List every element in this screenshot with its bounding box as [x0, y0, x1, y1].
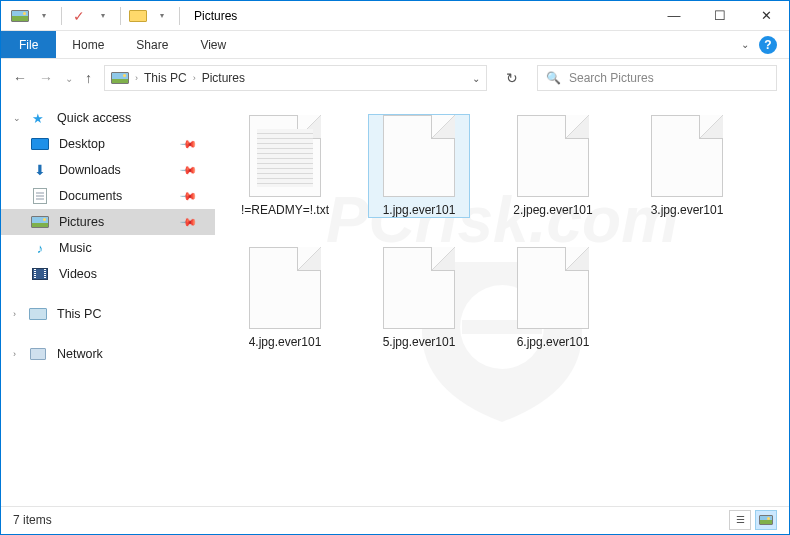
separator: [179, 7, 180, 25]
file-item[interactable]: !=READMY=!.txt: [235, 115, 335, 217]
pc-icon: [29, 307, 47, 321]
sidebar-item-label: Pictures: [59, 215, 104, 229]
address-bar-end: ⌄: [472, 73, 480, 84]
sidebar-item-documents[interactable]: Documents 📌: [1, 183, 215, 209]
text-file-icon: [249, 115, 321, 197]
file-item[interactable]: 6.jpg.ever101: [503, 247, 603, 349]
file-name: 5.jpg.ever101: [383, 335, 456, 349]
recent-locations-button[interactable]: ⌄: [65, 73, 73, 84]
ribbon-tabs: File Home Share View ⌄ ?: [1, 31, 789, 59]
file-name: 4.jpg.ever101: [249, 335, 322, 349]
minimize-button[interactable]: —: [651, 1, 697, 31]
file-name: 3.jpg.ever101: [651, 203, 724, 217]
sidebar-item-label: Downloads: [59, 163, 121, 177]
pin-icon: 📌: [178, 186, 197, 205]
search-icon: 🔍: [546, 71, 561, 85]
unknown-file-icon: [383, 115, 455, 197]
file-grid: !=READMY=!.txt1.jpg.ever1012.jpeg.ever10…: [235, 115, 769, 349]
sidebar-item-label: Network: [57, 347, 103, 361]
music-icon: ♪: [31, 241, 49, 255]
file-tab[interactable]: File: [1, 31, 56, 58]
qat-dropdown-icon[interactable]: ▾: [33, 5, 55, 27]
address-dropdown-icon[interactable]: ⌄: [472, 73, 480, 84]
file-name: 2.jpeg.ever101: [513, 203, 592, 217]
this-pc-group: › This PC: [1, 301, 215, 327]
picture-icon: [31, 215, 49, 229]
file-item[interactable]: 5.jpg.ever101: [369, 247, 469, 349]
file-name: 6.jpg.ever101: [517, 335, 590, 349]
star-icon: ★: [29, 111, 47, 125]
ribbon-right: ⌄ ?: [741, 31, 789, 58]
close-button[interactable]: ✕: [743, 1, 789, 31]
video-icon: [31, 267, 49, 281]
file-item[interactable]: 2.jpeg.ever101: [503, 115, 603, 217]
details-view-button[interactable]: ☰: [729, 510, 751, 530]
chevron-right-icon[interactable]: ›: [13, 309, 16, 319]
sidebar-item-desktop[interactable]: Desktop 📌: [1, 131, 215, 157]
pin-icon: 📌: [178, 134, 197, 153]
download-icon: ⬇: [31, 163, 49, 177]
picture-icon: [111, 72, 129, 84]
forward-button[interactable]: →: [39, 70, 53, 86]
file-list-area[interactable]: PCrisk.com !=READMY=!.txt1.jpg.ever1012.…: [215, 97, 789, 506]
large-icons-view-button[interactable]: [755, 510, 777, 530]
nav-arrows: ← → ⌄ ↑: [13, 70, 92, 86]
address-bar[interactable]: › This PC › Pictures ⌄: [104, 65, 487, 91]
sidebar-item-quick-access[interactable]: ⌄ ★ Quick access: [1, 105, 215, 131]
window-title: Pictures: [194, 9, 237, 23]
sidebar-item-label: Quick access: [57, 111, 131, 125]
tab-share[interactable]: Share: [120, 31, 184, 58]
separator: [120, 7, 121, 25]
sidebar-item-pictures[interactable]: Pictures 📌: [1, 209, 215, 235]
help-button[interactable]: ?: [759, 36, 777, 54]
status-bar: 7 items ☰: [1, 506, 789, 532]
document-icon: [31, 189, 49, 203]
desktop-icon: [31, 137, 49, 151]
tab-view[interactable]: View: [184, 31, 242, 58]
caption-buttons: — ☐ ✕: [651, 1, 789, 31]
unknown-file-icon: [517, 115, 589, 197]
file-name: !=READMY=!.txt: [241, 203, 329, 217]
quick-access-toolbar: ▾ ✓ ▾ ▾ Pictures: [1, 5, 237, 27]
main-area: ⌄ ★ Quick access Desktop 📌 ⬇ Downloads 📌…: [1, 97, 789, 506]
chevron-right-icon[interactable]: ›: [13, 349, 16, 359]
qat-overflow-icon[interactable]: ▾: [151, 5, 173, 27]
file-item[interactable]: 1.jpg.ever101: [369, 115, 469, 217]
unknown-file-icon: [249, 247, 321, 329]
file-item[interactable]: 3.jpg.ever101: [637, 115, 737, 217]
tab-home[interactable]: Home: [56, 31, 120, 58]
quick-access-group: ⌄ ★ Quick access Desktop 📌 ⬇ Downloads 📌…: [1, 105, 215, 287]
collapse-ribbon-icon[interactable]: ⌄: [741, 39, 749, 50]
sidebar-item-videos[interactable]: Videos: [1, 261, 215, 287]
breadcrumb[interactable]: This PC: [144, 71, 187, 85]
search-placeholder: Search Pictures: [569, 71, 654, 85]
sidebar-item-label: Music: [59, 241, 92, 255]
chevron-down-icon[interactable]: ⌄: [13, 113, 21, 123]
check-icon[interactable]: ✓: [68, 5, 90, 27]
sidebar-item-network[interactable]: › Network: [1, 341, 215, 367]
pin-icon: 📌: [178, 212, 197, 231]
unknown-file-icon: [517, 247, 589, 329]
maximize-button[interactable]: ☐: [697, 1, 743, 31]
chevron-right-icon[interactable]: ›: [135, 73, 138, 83]
pin-icon: 📌: [178, 160, 197, 179]
chevron-right-icon[interactable]: ›: [193, 73, 196, 83]
file-name: 1.jpg.ever101: [383, 203, 456, 217]
refresh-button[interactable]: ↻: [499, 65, 525, 91]
qat-dropdown-icon[interactable]: ▾: [92, 5, 114, 27]
network-icon: [29, 347, 47, 361]
sidebar-item-label: Desktop: [59, 137, 105, 151]
sidebar-item-music[interactable]: ♪ Music: [1, 235, 215, 261]
unknown-file-icon: [651, 115, 723, 197]
up-button[interactable]: ↑: [85, 70, 92, 86]
folder-icon[interactable]: [127, 5, 149, 27]
file-item[interactable]: 4.jpg.ever101: [235, 247, 335, 349]
view-switcher: ☰: [729, 510, 777, 530]
search-box[interactable]: 🔍 Search Pictures: [537, 65, 777, 91]
sidebar-item-downloads[interactable]: ⬇ Downloads 📌: [1, 157, 215, 183]
back-button[interactable]: ←: [13, 70, 27, 86]
unknown-file-icon: [383, 247, 455, 329]
sidebar-item-this-pc[interactable]: › This PC: [1, 301, 215, 327]
breadcrumb[interactable]: Pictures: [202, 71, 245, 85]
sidebar-item-label: This PC: [57, 307, 101, 321]
